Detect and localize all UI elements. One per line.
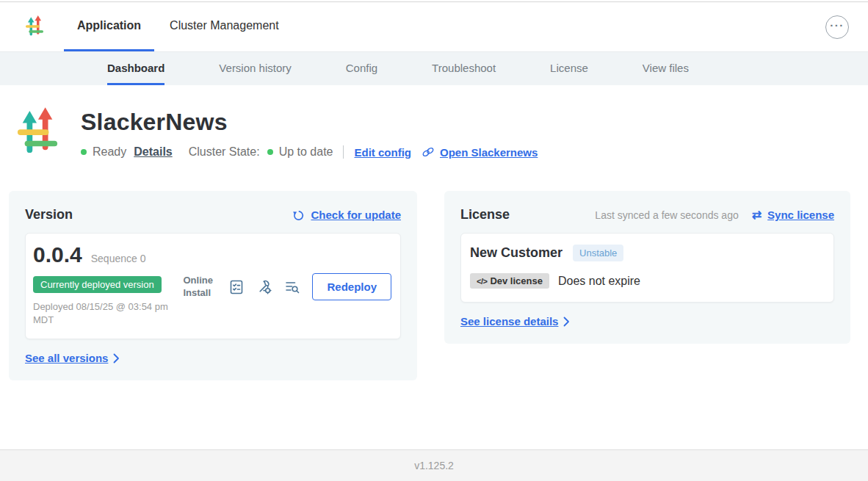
app-logo-large-icon [16, 107, 59, 162]
sequence-label: Sequence 0 [91, 253, 146, 264]
license-card-title: License [460, 207, 510, 223]
app-header-text: SlackerNews Ready Details Cluster State:… [81, 106, 538, 159]
app-status-row: Ready Details Cluster State: Up to date … [81, 145, 538, 159]
version-card-title: Version [25, 207, 73, 223]
expiration-label: Does not expire [558, 275, 640, 288]
subnav-item-license[interactable]: License [550, 52, 588, 85]
subnav-item-dashboard[interactable]: Dashboard [107, 52, 164, 85]
see-all-versions-link[interactable]: See all versions [25, 352, 401, 364]
last-synced-label: Last synced a few seconds ago [595, 209, 738, 221]
see-all-versions-label: See all versions [25, 352, 108, 364]
chevron-right-icon [563, 317, 570, 327]
license-header-right: Last synced a few seconds ago ⇄ Sync lic… [595, 209, 834, 221]
customer-name: New Customer [470, 245, 563, 261]
cluster-state-label: Cluster State: [189, 145, 260, 159]
version-card: Version Check for update 0.0.4 Sequ [9, 191, 417, 380]
deployed-status-badge: Currently deployed version [33, 276, 162, 293]
version-card-header: Version Check for update [25, 207, 401, 223]
top-navbar: Application Cluster Management ··· [0, 2, 868, 52]
topnav-tabs: Application Cluster Management [64, 2, 292, 51]
refresh-icon [292, 209, 305, 221]
chevron-right-icon [113, 353, 120, 364]
channel-badge: Unstable [573, 245, 623, 261]
app-subnav: Dashboard Version history Config Trouble… [0, 52, 868, 85]
redeploy-button[interactable]: Redeploy [312, 273, 391, 300]
ready-status-dot-icon [81, 149, 87, 155]
sync-license-link[interactable]: ⇄ Sync license [752, 209, 834, 221]
license-card: License Last synced a few seconds ago ⇄ … [444, 191, 850, 344]
footer: v1.125.2 [0, 449, 868, 481]
vertical-divider [343, 145, 344, 159]
app-logo-small-icon [25, 15, 44, 38]
cluster-state-value: Up to date [279, 145, 333, 159]
license-details-panel: New Customer Unstable </> Dev license Do… [460, 233, 834, 303]
install-type-label: Online Install [183, 275, 217, 299]
subnav-item-view-files[interactable]: View files [643, 52, 689, 85]
tab-application[interactable]: Application [64, 2, 154, 51]
subnav-item-config[interactable]: Config [346, 52, 377, 85]
tab-cluster-management[interactable]: Cluster Management [156, 2, 292, 51]
sync-icon: ⇄ [752, 209, 762, 221]
main-content: SlackerNews Ready Details Cluster State:… [0, 85, 868, 449]
preflight-logs-icon[interactable] [284, 279, 300, 295]
code-icon: </> [477, 277, 487, 286]
version-number: 0.0.4 [33, 242, 82, 267]
tab-application-label: Application [77, 19, 141, 32]
release-notes-icon[interactable] [228, 279, 245, 295]
sync-license-label: Sync license [767, 209, 834, 221]
app-header: SlackerNews Ready Details Cluster State:… [0, 85, 868, 162]
cluster-state-dot-icon [267, 149, 273, 155]
open-app-link[interactable]: Open Slackernews [422, 146, 538, 159]
see-license-details-link[interactable]: See license details [460, 315, 834, 328]
version-actions: Online Install [183, 273, 391, 300]
check-for-update-label: Check for update [311, 209, 401, 221]
license-type-label: Dev license [490, 275, 543, 286]
deployed-timestamp: Deployed 08/15/25 @ 03:54 pm MDT [33, 300, 183, 327]
license-type-badge: </> Dev license [470, 273, 549, 289]
edit-config-link[interactable]: Edit config [354, 146, 411, 159]
ellipsis-icon: ··· [830, 20, 845, 31]
ready-status-label: Ready [93, 145, 126, 159]
overflow-menu-button[interactable]: ··· [825, 15, 849, 39]
license-meta-row: </> Dev license Does not expire [470, 273, 825, 289]
customer-row: New Customer Unstable [470, 245, 825, 261]
open-app-link-label: Open Slackernews [440, 146, 538, 159]
dashboard-cards: Version Check for update 0.0.4 Sequ [0, 191, 868, 380]
tab-cluster-management-label: Cluster Management [170, 19, 279, 32]
version-number-row: 0.0.4 Sequence 0 [33, 242, 183, 267]
console-version-label: v1.125.2 [414, 460, 454, 471]
subnav-item-troubleshoot[interactable]: Troubleshoot [432, 52, 496, 85]
check-for-update-link[interactable]: Check for update [292, 209, 401, 221]
version-info: 0.0.4 Sequence 0 Currently deployed vers… [33, 242, 183, 327]
details-link[interactable]: Details [134, 145, 172, 159]
subnav-item-version-history[interactable]: Version history [219, 52, 291, 85]
page-title: SlackerNews [81, 109, 538, 136]
current-version-panel: 0.0.4 Sequence 0 Currently deployed vers… [25, 233, 401, 339]
license-card-header: License Last synced a few seconds ago ⇄ … [460, 207, 834, 223]
config-tools-icon[interactable] [256, 279, 272, 295]
see-license-details-label: See license details [460, 315, 558, 328]
chain-link-icon [422, 146, 435, 158]
